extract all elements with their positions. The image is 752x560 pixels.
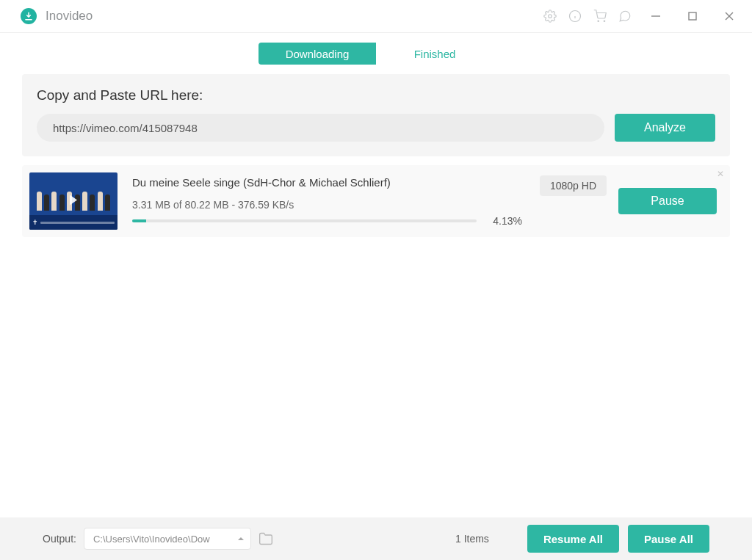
video-thumbnail[interactable]: ✝ [29, 172, 118, 230]
settings-icon[interactable] [543, 10, 557, 23]
close-button[interactable] [717, 0, 742, 32]
progress-percent: 4.13% [487, 215, 522, 227]
url-panel: Copy and Paste URL here: Analyze [22, 74, 730, 156]
tab-bar: Downloading Finished [0, 43, 752, 65]
maximize-button[interactable] [680, 0, 705, 32]
url-input[interactable] [37, 114, 604, 142]
resume-all-button[interactable]: Resume All [527, 525, 619, 553]
download-item: ✝ Du meine Seele singe (SdH-Chor & Micha… [22, 165, 730, 237]
progress-fill [132, 219, 146, 222]
svg-rect-10 [689, 12, 696, 20]
svg-point-4 [598, 21, 599, 22]
svg-point-0 [549, 15, 552, 18]
info-icon[interactable] [568, 10, 582, 23]
output-path-text: C:\Users\Vito\Inovideo\Dow [93, 534, 210, 545]
url-label: Copy and Paste URL here: [37, 87, 715, 103]
app-title: Inovideo [46, 9, 93, 23]
download-list: ✝ Du meine Seele singe (SdH-Chor & Micha… [22, 165, 730, 237]
download-stats: 3.31 MB of 80.22 MB - 376.59 KB/s [132, 199, 522, 211]
open-folder-icon[interactable] [258, 531, 273, 546]
minimize-button[interactable] [643, 0, 668, 32]
tab-downloading[interactable]: Downloading [258, 43, 376, 65]
tab-finished[interactable]: Finished [376, 43, 494, 65]
items-count: 1 Items [455, 533, 489, 545]
download-title: Du meine Seele singe (SdH-Chor & Michael… [132, 176, 522, 189]
output-label: Output: [43, 533, 76, 545]
remove-download-icon[interactable]: ✕ [717, 170, 724, 178]
chevron-up-icon [237, 534, 245, 545]
pause-all-button[interactable]: Pause All [628, 525, 709, 553]
quality-badge: 1080p HD [540, 175, 607, 196]
footer: Output: C:\Users\Vito\Inovideo\Dow 1 Ite… [0, 517, 752, 560]
output-path-dropdown[interactable]: C:\Users\Vito\Inovideo\Dow [84, 528, 251, 550]
app-logo-icon [21, 8, 37, 24]
progress-bar [132, 219, 477, 222]
titlebar: Inovideo [0, 0, 752, 33]
analyze-button[interactable]: Analyze [615, 114, 715, 142]
pause-button[interactable]: Pause [618, 188, 717, 214]
svg-point-5 [604, 21, 605, 22]
cart-icon[interactable] [593, 10, 607, 23]
chat-icon[interactable] [618, 10, 632, 23]
